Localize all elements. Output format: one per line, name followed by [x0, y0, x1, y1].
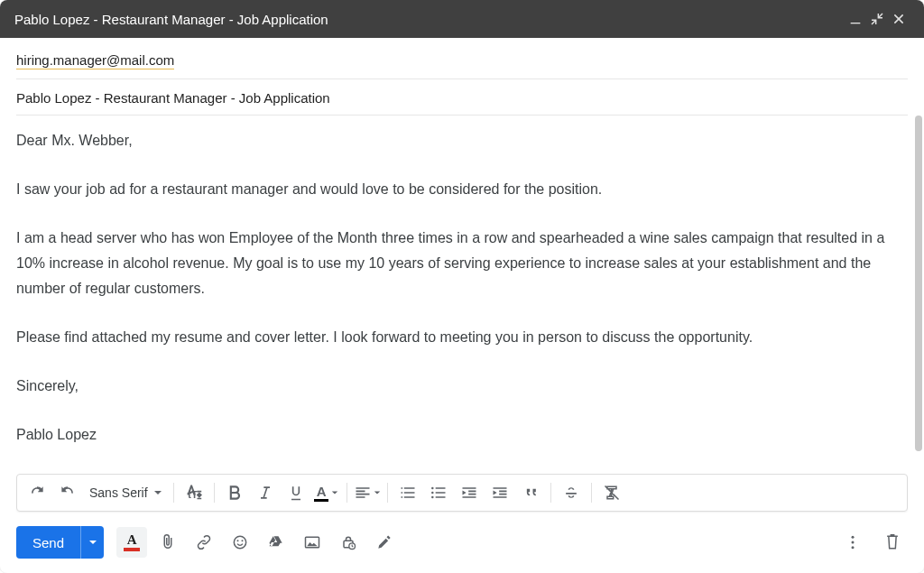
letter-a-icon: A [127, 533, 137, 547]
svg-text:τT: τT [187, 489, 198, 500]
separator [387, 483, 388, 503]
separator [173, 483, 174, 503]
insert-drive-button[interactable] [261, 527, 291, 558]
separator [346, 483, 347, 503]
svg-point-5 [234, 536, 245, 548]
recipients-field[interactable]: hiring.manager@mail.com [16, 42, 908, 79]
font-family-label: Sans Serif [89, 485, 148, 500]
svg-point-7 [242, 540, 244, 541]
caret-down-icon [374, 489, 381, 496]
strikethrough-button[interactable] [557, 478, 586, 507]
bulleted-list-button[interactable] [424, 478, 453, 507]
remove-formatting-button[interactable] [597, 478, 626, 507]
svg-point-3 [431, 492, 434, 494]
text-formatting-toggle[interactable]: A [116, 527, 147, 558]
more-options-button[interactable] [837, 527, 868, 558]
align-button[interactable] [353, 478, 382, 507]
svg-point-11 [852, 536, 855, 539]
attach-file-button[interactable] [152, 527, 183, 558]
insert-link-button[interactable] [189, 527, 219, 558]
body-paragraph: Pablo Lopez [16, 422, 908, 448]
minimize-button[interactable] [845, 8, 866, 30]
scrollbar-thumb[interactable] [915, 116, 922, 451]
italic-button[interactable] [251, 478, 280, 507]
redo-button[interactable] [53, 478, 82, 507]
numbered-list-button[interactable] [393, 478, 422, 507]
text-color-bar [314, 499, 328, 502]
red-bar [124, 548, 140, 551]
caret-down-icon [331, 489, 338, 496]
body-wrapper: Dear Mx. Webber,I saw your job ad for a … [0, 116, 924, 474]
body-paragraph: Please find attached my resume and cover… [16, 325, 908, 350]
subject-field[interactable]: Pablo Lopez - Restaurant Manager - Job A… [16, 79, 908, 116]
send-button[interactable]: Send [16, 526, 80, 559]
svg-rect-0 [851, 23, 861, 23]
send-button-group: Send [16, 526, 104, 559]
separator [550, 483, 551, 503]
window-titlebar: Pablo Lopez - Restaurant Manager - Job A… [0, 0, 924, 38]
body-paragraph: Dear Mx. Webber, [16, 128, 908, 153]
indent-less-button[interactable] [455, 478, 484, 507]
compose-window: Pablo Lopez - Restaurant Manager - Job A… [0, 0, 924, 573]
svg-point-12 [852, 541, 855, 544]
caret-down-icon [153, 488, 162, 497]
undo-button[interactable] [23, 478, 51, 507]
send-options-button[interactable] [80, 526, 104, 559]
font-family-select[interactable]: Sans Serif [84, 478, 168, 507]
separator [591, 483, 592, 503]
recipient-chip[interactable]: hiring.manager@mail.com [16, 52, 174, 69]
svg-point-6 [237, 540, 239, 541]
insert-emoji-button[interactable] [225, 527, 255, 558]
subject-text: Pablo Lopez - Restaurant Manager - Job A… [16, 90, 330, 106]
svg-point-4 [431, 496, 434, 499]
underline-button[interactable] [282, 478, 310, 507]
close-button[interactable] [888, 8, 910, 30]
insert-toolbar: A [116, 527, 400, 558]
insert-photo-button[interactable] [297, 527, 328, 558]
discard-draft-button[interactable] [877, 527, 908, 558]
message-body[interactable]: Dear Mx. Webber,I saw your job ad for a … [0, 116, 924, 474]
bottom-action-bar: Send A [0, 519, 924, 573]
right-actions [837, 527, 908, 558]
body-paragraph: I am a head server who has won Employee … [16, 226, 908, 301]
indent-more-button[interactable] [485, 478, 514, 507]
body-paragraph: I saw your job ad for a restaurant manag… [16, 177, 908, 202]
svg-point-13 [852, 546, 855, 549]
font-size-button[interactable]: τT [180, 478, 208, 507]
separator [214, 483, 215, 503]
window-title: Pablo Lopez - Restaurant Manager - Job A… [14, 12, 328, 27]
confidential-mode-button[interactable] [333, 527, 364, 558]
text-color-letter-icon: A [317, 485, 327, 498]
shrink-icon[interactable] [866, 8, 888, 30]
compose-headers: hiring.manager@mail.com Pablo Lopez - Re… [0, 38, 924, 116]
bold-button[interactable] [220, 478, 249, 507]
formatting-toolbar: Sans Serif τT A [16, 474, 908, 512]
text-color-button[interactable]: A [312, 478, 341, 507]
body-paragraph: Sincerely, [16, 374, 908, 399]
quote-button[interactable] [516, 478, 545, 507]
svg-point-2 [431, 487, 434, 490]
insert-signature-button[interactable] [369, 527, 400, 558]
